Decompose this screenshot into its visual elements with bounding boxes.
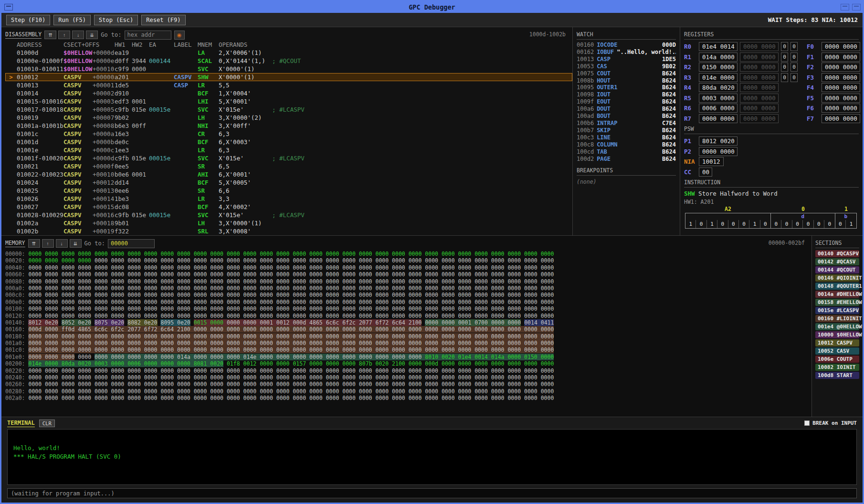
memory-goto-input[interactable] <box>108 239 155 248</box>
register-flag[interactable]: 0 <box>790 63 798 72</box>
memory-row[interactable]: 00020: 0000 0000 0000 0000 0000 0000 000… <box>5 257 811 264</box>
register-flag[interactable]: 0 <box>781 52 788 62</box>
memory-row[interactable]: 00080: 0000 0000 0000 0000 0000 0000 000… <box>5 278 811 285</box>
section-chip[interactable]: 00144 #QCOUT <box>815 266 859 273</box>
disasm-row[interactable]: 010015-010016CASPV+00003edf30001LHI5,X'0… <box>5 97 572 105</box>
watch-item[interactable]: 100b7SKIPB624 <box>577 127 676 134</box>
register-value-alt[interactable]: 0000 0000 <box>740 73 779 82</box>
disasm-row[interactable]: 010024CASPV+00012dd14BCF5,X'0005' <box>5 178 572 187</box>
toolbar-button-reset-f9[interactable]: Reset (F9) <box>141 15 185 25</box>
watch-item[interactable]: 00162IOBUF"..Hello, world!.… <box>577 49 676 56</box>
disasm-row[interactable]: 010022-010023CASPV+00010b0e60001AHI6,X'0… <box>5 170 572 178</box>
register-value-alt[interactable]: 0000 0000 <box>740 114 779 123</box>
disasm-page-down-button[interactable]: ⇊ <box>86 31 98 39</box>
disasm-row[interactable]: 01001a-01001bCASPV+00008b6e300ffNHI3,X'0… <box>5 122 572 130</box>
section-chip[interactable]: 10012 CASPV <box>815 339 859 346</box>
memory-page-down-button[interactable]: ⇊ <box>70 239 82 248</box>
disasm-row[interactable]: 01001dCASPV+0000bde0cBCF6,X'0003' <box>5 138 572 146</box>
register-value[interactable]: 014e 0000 <box>699 73 738 82</box>
section-chip[interactable]: 00158 #EHELLOW <box>815 299 859 306</box>
section-chip[interactable]: 100d8 START <box>815 372 859 379</box>
disasm-row[interactable]: 010021CASPV+0000f0ee5SR6,5 <box>5 162 572 170</box>
disasm-page-up-button[interactable]: ⇈ <box>44 31 56 39</box>
terminal-clear-button[interactable]: CLR <box>39 420 55 427</box>
memory-page-up-button[interactable]: ⇈ <box>28 239 40 248</box>
memory-row[interactable]: 00120: 0000 0000 0000 0000 0000 0000 000… <box>5 313 811 319</box>
register-value-alt[interactable]: 0000 0000 <box>740 42 779 51</box>
section-chip[interactable]: 10000 $0HELLOW <box>815 331 859 338</box>
disasm-row[interactable]: 010025CASPV+000130ee6SR6,6 <box>5 187 572 195</box>
disasm-line-down-button[interactable]: ↓ <box>72 31 84 39</box>
terminal-input[interactable] <box>7 488 857 498</box>
fregister-value[interactable]: 0000 0000 <box>822 63 860 72</box>
minimize-button[interactable] <box>4 4 13 10</box>
section-chip[interactable]: 001e4 @0HELLOW <box>815 323 859 330</box>
register-flag[interactable]: 0 <box>790 73 798 82</box>
toolbar-button-stop-esc[interactable]: Stop (Esc) <box>94 15 138 25</box>
disasm-row[interactable]: 01002aCASPV+000189b01LH3,X'0000'(1) <box>5 219 572 227</box>
disasm-row[interactable]: 01001cCASPV+0000a16e3CR6,3 <box>5 130 572 138</box>
watch-item[interactable]: 100d2PAGEB624 <box>577 156 676 163</box>
cc-value[interactable]: 00 <box>699 168 712 177</box>
memory-line-down-button[interactable]: ↓ <box>56 239 68 248</box>
disasm-row[interactable]: 010010-010011$0HELLOW+00010c9f90000SVCX'… <box>5 65 572 73</box>
memory-row[interactable]: 00280: 0000 0000 0000 0000 0000 0000 000… <box>5 388 811 395</box>
watch-item[interactable]: 100c3LINEB624 <box>577 134 676 141</box>
watch-item[interactable]: 1008bHOUTB624 <box>577 77 676 84</box>
memory-row[interactable]: 001c0: 0000 0000 0000 0000 0000 0000 000… <box>5 346 811 353</box>
memory-row[interactable]: 000a0: 0000 0000 0000 0000 0000 0000 000… <box>5 285 811 292</box>
memory-row[interactable]: 00100: 0000 0000 0000 0000 0000 0000 000… <box>5 305 811 312</box>
disasm-row[interactable]: 010017-010018CASPV+00005c9fb015e00015eSV… <box>5 105 572 114</box>
fregister-value[interactable]: 0000 0000 <box>822 114 860 123</box>
disasm-row[interactable]: 01001eCASPV+0000c1ee3LR6,3 <box>5 146 572 154</box>
disasm-row[interactable]: 010013CASPV+000011de5CASPLR5,5 <box>5 81 572 89</box>
disasm-row[interactable]: 01002bCASPV+00019f322SRL3,X'0008' <box>5 227 572 235</box>
memory-row[interactable]: 00220: 0000 0000 0000 0000 0000 0000 000… <box>5 368 811 374</box>
register-value[interactable]: 0003 0000 <box>699 94 738 103</box>
watch-item[interactable]: 10098IOUTB624 <box>577 91 676 98</box>
watch-item[interactable]: 100b6INTRAPC7E4 <box>577 120 676 127</box>
section-chip[interactable]: 00160 #LIOINIT <box>815 315 859 322</box>
memory-row[interactable]: 00200: 014e 0000 80da 0020 0003 0000 000… <box>5 360 811 367</box>
disasm-goto-input[interactable] <box>125 31 171 40</box>
p1-value[interactable]: 8012 0020 <box>699 136 738 146</box>
memory-row[interactable]: 00160: 000d 0000 ff0d 4865 6c6c 6f2c 207… <box>5 326 811 333</box>
fregister-value[interactable]: 0000 0000 <box>822 73 860 82</box>
fregister-value[interactable]: 0000 0000 <box>822 104 860 113</box>
disasm-row[interactable]: 01001f-010020CASPV+0000dc9fb015e00015eSV… <box>5 154 572 162</box>
register-flag[interactable]: 0 <box>781 73 788 82</box>
toolbar-button-run-f5[interactable]: Run (F5) <box>53 15 91 25</box>
register-value-alt[interactable]: 0000 0000 <box>740 63 779 72</box>
fregister-value[interactable]: 0000 0000 <box>822 83 860 92</box>
memory-row[interactable]: 00260: 0000 0000 0000 0000 0000 0000 000… <box>5 381 811 388</box>
disasm-row[interactable]: 010028-010029CASPV+00016c9fb015e00015eSV… <box>5 211 572 219</box>
register-value[interactable]: 014a 0000 <box>699 52 738 62</box>
watch-item[interactable]: 100c8COLUMNB624 <box>577 141 676 148</box>
register-value[interactable]: 80da 0020 <box>699 83 738 92</box>
toolbar-button-step-f10[interactable]: Step (F10) <box>6 15 50 25</box>
register-value[interactable]: 0006 0000 <box>699 104 738 113</box>
memory-row[interactable]: 00060: 0000 0000 0000 0000 0000 0000 000… <box>5 271 811 278</box>
memory-row[interactable]: 001e0: 0000 0000 0000 0000 0000 0000 000… <box>5 354 811 360</box>
register-flag[interactable]: 0 <box>790 42 798 51</box>
close-button[interactable] <box>852 4 861 10</box>
fregister-value[interactable]: 0000 0000 <box>822 42 860 51</box>
p2-value[interactable]: 0000 0000 <box>699 147 738 156</box>
memory-row[interactable]: 002a0: 0000 0000 0000 0000 0000 0000 000… <box>5 395 811 401</box>
disasm-row[interactable]: 01000e-01000f$0HELLOW+0000ed0ff394400014… <box>5 57 572 65</box>
section-chip[interactable]: 00148 #QOUTER1 <box>815 283 859 290</box>
memory-row[interactable]: 00140: 8012 0e20 8052 0e20 8075 0e20 808… <box>5 319 811 326</box>
section-chip[interactable]: 10082 IOINIT <box>815 364 859 371</box>
memory-row[interactable]: 001a0: 0000 0000 0000 0000 0000 0000 000… <box>5 340 811 346</box>
follow-pc-button[interactable]: ◉ <box>174 31 185 40</box>
disasm-row[interactable]: 010026CASPV+000141be3LR3,3 <box>5 195 572 203</box>
disasm-row[interactable]: 010019CASPV+000079b02LH3,X'0000'(2) <box>5 114 572 122</box>
section-chip[interactable]: 00142 #QCASV <box>815 258 859 265</box>
section-chip[interactable]: 0014a #DHELLOW <box>815 291 859 298</box>
memory-row[interactable]: 000c0: 0000 0000 0000 0000 0000 0000 000… <box>5 292 811 298</box>
watch-item[interactable]: 10053CAS9B02 <box>577 63 676 70</box>
register-value-alt[interactable]: 0000 0000 <box>740 52 779 62</box>
terminal-tab[interactable]: TERMINAL <box>7 420 35 427</box>
disasm-row[interactable]: >010012CASPV+00000a201CASPVSHWX'0000'(1) <box>5 73 572 81</box>
fregister-value[interactable]: 0000 0000 <box>822 52 860 62</box>
